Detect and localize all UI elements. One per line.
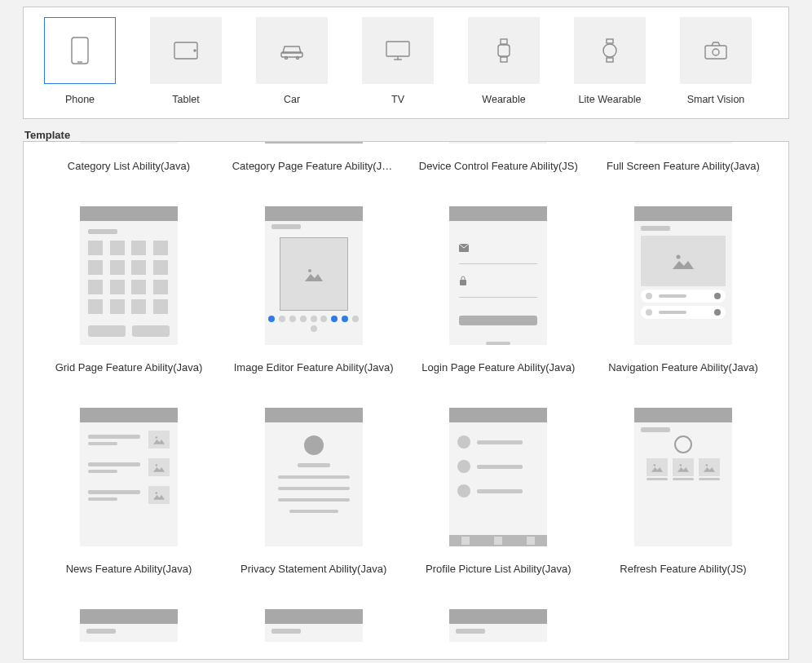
svg-point-21 (676, 255, 680, 259)
device-label: Wearable (482, 94, 525, 105)
device-option-tv[interactable]: TV (361, 17, 435, 105)
tablet-icon (174, 42, 198, 60)
refresh-icon (674, 435, 692, 453)
svg-point-6 (297, 57, 299, 60)
svg-rect-10 (498, 45, 510, 56)
device-label: Tablet (172, 94, 199, 105)
device-option-smart-vision[interactable]: Smart Vision (679, 17, 752, 105)
device-label: TV (391, 94, 404, 105)
template-title: Profile Picture List Ability(Java) (417, 563, 580, 575)
lite-wearable-icon-tile (574, 17, 646, 84)
svg-point-18 (308, 269, 311, 272)
lock-icon (459, 276, 467, 285)
template-thumbnail (634, 408, 732, 546)
camera-icon (704, 42, 727, 60)
device-option-car[interactable]: Car (255, 17, 329, 105)
svg-point-13 (603, 44, 616, 57)
mail-icon (459, 244, 469, 252)
svg-point-23 (156, 464, 158, 466)
svg-rect-16 (705, 46, 726, 59)
template-panel: Category List Ability(Java) Category Pag… (23, 141, 789, 660)
template-thumbnail (265, 206, 363, 345)
car-icon (280, 42, 304, 60)
template-item[interactable]: Image Editor Feature Ability(Java) (228, 206, 399, 373)
svg-rect-11 (501, 39, 507, 44)
template-thumbnail (265, 142, 363, 144)
template-item[interactable]: Login Page Feature Ability(Java) (413, 206, 584, 373)
device-type-panel: Phone Tablet Car TV (23, 7, 789, 119)
device-option-phone[interactable]: Phone (43, 17, 117, 105)
svg-point-5 (285, 57, 288, 60)
template-title: News Feature Ability(Java) (47, 563, 210, 575)
template-thumbnail (80, 142, 178, 144)
phone-icon-tile (44, 17, 116, 84)
template-thumbnail (80, 408, 178, 546)
template-title: Login Page Feature Ability(Java) (417, 361, 580, 373)
watch-icon (496, 38, 512, 63)
template-item[interactable] (413, 609, 584, 658)
template-thumbnail (265, 408, 363, 546)
template-thumbnail (449, 206, 547, 345)
template-item[interactable]: Category Page Feature Ability(Jav... (228, 142, 399, 172)
tv-icon-tile (362, 17, 434, 84)
template-title: Category List Ability(Java) (47, 160, 210, 172)
template-item[interactable]: Grid Page Feature Ability(Java) (43, 206, 214, 373)
svg-rect-15 (607, 58, 613, 62)
svg-point-24 (156, 492, 158, 494)
device-label: Phone (65, 94, 95, 105)
template-thumbnail (80, 609, 178, 642)
template-title: Navigation Feature Ability(Java) (602, 361, 765, 373)
device-label: Smart Vision (687, 94, 745, 105)
car-icon-tile (256, 17, 328, 84)
tablet-icon-tile (150, 17, 222, 84)
svg-rect-7 (386, 42, 409, 56)
svg-point-27 (706, 464, 708, 466)
svg-point-25 (654, 464, 656, 466)
template-item[interactable] (43, 609, 214, 658)
template-item[interactable]: Category List Ability(Java) (43, 142, 214, 172)
device-option-lite-wearable[interactable]: Lite Wearable (573, 17, 647, 105)
tv-icon (386, 41, 410, 60)
svg-point-3 (194, 50, 196, 51)
template-thumbnail (265, 609, 363, 642)
device-type-row: Phone Tablet Car TV (33, 17, 779, 105)
svg-point-22 (156, 436, 158, 439)
svg-rect-0 (72, 38, 88, 64)
template-thumbnail (634, 206, 732, 345)
template-item[interactable]: Device Control Feature Ability(JS) (413, 142, 584, 172)
device-option-tablet[interactable]: Tablet (149, 17, 223, 105)
template-item[interactable] (228, 609, 399, 658)
template-item[interactable]: Full Screen Feature Ability(Java) (598, 142, 769, 172)
template-scroll-area[interactable]: Category List Ability(Java) Category Pag… (24, 142, 788, 659)
svg-point-17 (713, 49, 719, 55)
device-label: Car (284, 94, 300, 105)
svg-rect-20 (460, 280, 466, 285)
template-title: Privacy Statement Ability(Java) (232, 563, 395, 575)
template-thumbnail (449, 408, 547, 546)
template-title: Category Page Feature Ability(Jav... (232, 160, 395, 172)
template-item[interactable]: Refresh Feature Ability(JS) (598, 408, 769, 575)
template-title: Full Screen Feature Ability(Java) (602, 160, 765, 172)
svg-rect-12 (501, 57, 507, 62)
wearable-icon-tile (468, 17, 540, 84)
template-thumbnail (634, 142, 732, 144)
device-label: Lite Wearable (579, 94, 642, 105)
template-grid: Category List Ability(Java) Category Pag… (43, 142, 769, 658)
template-thumbnail (449, 142, 547, 144)
template-item[interactable]: News Feature Ability(Java) (43, 408, 214, 575)
device-option-wearable[interactable]: Wearable (467, 17, 541, 105)
template-thumbnail (449, 609, 547, 642)
template-item[interactable]: Navigation Feature Ability(Java) (598, 206, 769, 373)
template-item[interactable]: Profile Picture List Ability(Java) (413, 408, 584, 575)
template-title: Device Control Feature Ability(JS) (417, 160, 580, 172)
template-title: Image Editor Feature Ability(Java) (232, 361, 395, 373)
template-thumbnail (80, 206, 178, 345)
svg-point-26 (680, 464, 682, 466)
template-title: Refresh Feature Ability(JS) (602, 563, 765, 575)
watch-round-icon (602, 38, 618, 63)
template-section-label: Template (24, 129, 789, 141)
phone-icon (71, 37, 89, 64)
template-title: Grid Page Feature Ability(Java) (47, 361, 210, 373)
svg-rect-14 (607, 39, 613, 43)
template-item[interactable]: Privacy Statement Ability(Java) (228, 408, 399, 575)
